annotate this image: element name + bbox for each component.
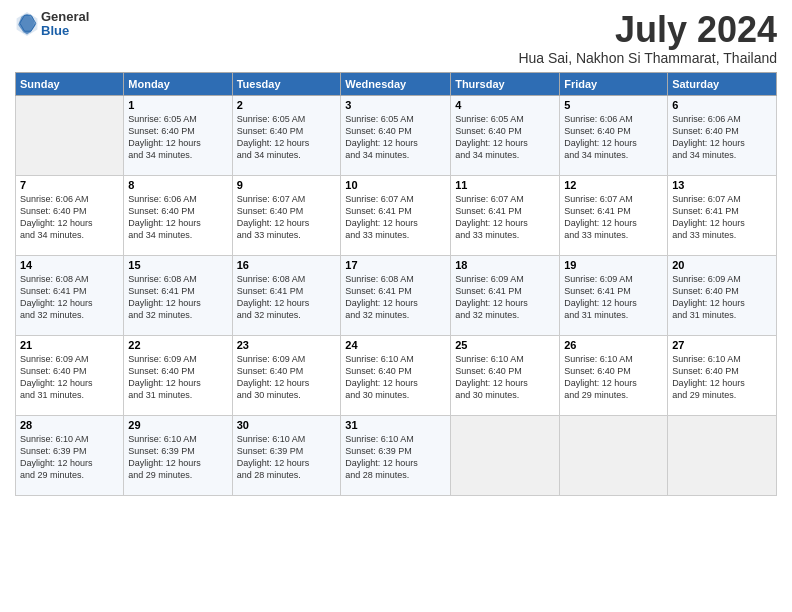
day-number: 5 [564,99,663,111]
logo-text: General Blue [41,10,89,39]
day-info: Sunrise: 6:09 AMSunset: 6:40 PMDaylight:… [128,353,227,402]
calendar-cell: 1Sunrise: 6:05 AMSunset: 6:40 PMDaylight… [124,95,232,175]
page-container: General Blue July 2024 Hua Sai, Nakhon S… [0,0,792,506]
day-header-thursday: Thursday [451,72,560,95]
calendar-cell: 19Sunrise: 6:09 AMSunset: 6:41 PMDayligh… [560,255,668,335]
day-info: Sunrise: 6:10 AMSunset: 6:40 PMDaylight:… [455,353,555,402]
location: Hua Sai, Nakhon Si Thammarat, Thailand [518,50,777,66]
calendar-cell: 11Sunrise: 6:07 AMSunset: 6:41 PMDayligh… [451,175,560,255]
calendar-cell: 16Sunrise: 6:08 AMSunset: 6:41 PMDayligh… [232,255,341,335]
day-info: Sunrise: 6:10 AMSunset: 6:39 PMDaylight:… [345,433,446,482]
calendar-cell: 17Sunrise: 6:08 AMSunset: 6:41 PMDayligh… [341,255,451,335]
day-number: 8 [128,179,227,191]
calendar-cell: 9Sunrise: 6:07 AMSunset: 6:40 PMDaylight… [232,175,341,255]
day-info: Sunrise: 6:10 AMSunset: 6:39 PMDaylight:… [237,433,337,482]
calendar-cell [16,95,124,175]
title-section: July 2024 Hua Sai, Nakhon Si Thammarat, … [518,10,777,66]
calendar-week-3: 14Sunrise: 6:08 AMSunset: 6:41 PMDayligh… [16,255,777,335]
day-info: Sunrise: 6:05 AMSunset: 6:40 PMDaylight:… [237,113,337,162]
day-number: 15 [128,259,227,271]
calendar-cell: 2Sunrise: 6:05 AMSunset: 6:40 PMDaylight… [232,95,341,175]
day-number: 20 [672,259,772,271]
day-number: 12 [564,179,663,191]
day-info: Sunrise: 6:05 AMSunset: 6:40 PMDaylight:… [345,113,446,162]
day-info: Sunrise: 6:05 AMSunset: 6:40 PMDaylight:… [128,113,227,162]
calendar-cell: 8Sunrise: 6:06 AMSunset: 6:40 PMDaylight… [124,175,232,255]
calendar-cell: 21Sunrise: 6:09 AMSunset: 6:40 PMDayligh… [16,335,124,415]
calendar-cell: 6Sunrise: 6:06 AMSunset: 6:40 PMDaylight… [668,95,777,175]
month-title: July 2024 [518,10,777,50]
logo-general: General [41,10,89,24]
calendar-cell: 15Sunrise: 6:08 AMSunset: 6:41 PMDayligh… [124,255,232,335]
day-header-monday: Monday [124,72,232,95]
calendar-cell: 7Sunrise: 6:06 AMSunset: 6:40 PMDaylight… [16,175,124,255]
day-number: 6 [672,99,772,111]
day-number: 18 [455,259,555,271]
day-info: Sunrise: 6:09 AMSunset: 6:40 PMDaylight:… [237,353,337,402]
day-header-tuesday: Tuesday [232,72,341,95]
calendar-cell: 12Sunrise: 6:07 AMSunset: 6:41 PMDayligh… [560,175,668,255]
day-number: 24 [345,339,446,351]
calendar-cell: 25Sunrise: 6:10 AMSunset: 6:40 PMDayligh… [451,335,560,415]
day-number: 27 [672,339,772,351]
calendar-cell: 26Sunrise: 6:10 AMSunset: 6:40 PMDayligh… [560,335,668,415]
calendar-cell: 3Sunrise: 6:05 AMSunset: 6:40 PMDaylight… [341,95,451,175]
calendar-cell [560,415,668,495]
calendar-cell: 10Sunrise: 6:07 AMSunset: 6:41 PMDayligh… [341,175,451,255]
day-number: 19 [564,259,663,271]
day-info: Sunrise: 6:10 AMSunset: 6:40 PMDaylight:… [672,353,772,402]
calendar-week-2: 7Sunrise: 6:06 AMSunset: 6:40 PMDaylight… [16,175,777,255]
day-info: Sunrise: 6:08 AMSunset: 6:41 PMDaylight:… [128,273,227,322]
calendar-cell: 5Sunrise: 6:06 AMSunset: 6:40 PMDaylight… [560,95,668,175]
day-info: Sunrise: 6:10 AMSunset: 6:40 PMDaylight:… [564,353,663,402]
day-info: Sunrise: 6:08 AMSunset: 6:41 PMDaylight:… [237,273,337,322]
day-number: 31 [345,419,446,431]
calendar-cell: 31Sunrise: 6:10 AMSunset: 6:39 PMDayligh… [341,415,451,495]
day-number: 17 [345,259,446,271]
calendar-cell: 30Sunrise: 6:10 AMSunset: 6:39 PMDayligh… [232,415,341,495]
calendar-cell: 29Sunrise: 6:10 AMSunset: 6:39 PMDayligh… [124,415,232,495]
day-info: Sunrise: 6:08 AMSunset: 6:41 PMDaylight:… [345,273,446,322]
day-info: Sunrise: 6:07 AMSunset: 6:40 PMDaylight:… [237,193,337,242]
day-header-saturday: Saturday [668,72,777,95]
day-info: Sunrise: 6:09 AMSunset: 6:40 PMDaylight:… [20,353,119,402]
calendar-cell [451,415,560,495]
logo-blue: Blue [41,24,89,38]
day-number: 7 [20,179,119,191]
calendar-week-1: 1Sunrise: 6:05 AMSunset: 6:40 PMDaylight… [16,95,777,175]
day-info: Sunrise: 6:06 AMSunset: 6:40 PMDaylight:… [672,113,772,162]
day-header-sunday: Sunday [16,72,124,95]
day-info: Sunrise: 6:10 AMSunset: 6:39 PMDaylight:… [20,433,119,482]
day-number: 25 [455,339,555,351]
calendar-cell: 22Sunrise: 6:09 AMSunset: 6:40 PMDayligh… [124,335,232,415]
day-info: Sunrise: 6:06 AMSunset: 6:40 PMDaylight:… [564,113,663,162]
day-number: 30 [237,419,337,431]
calendar-cell: 18Sunrise: 6:09 AMSunset: 6:41 PMDayligh… [451,255,560,335]
day-number: 28 [20,419,119,431]
day-number: 16 [237,259,337,271]
day-info: Sunrise: 6:06 AMSunset: 6:40 PMDaylight:… [20,193,119,242]
calendar-cell: 28Sunrise: 6:10 AMSunset: 6:39 PMDayligh… [16,415,124,495]
calendar-cell: 23Sunrise: 6:09 AMSunset: 6:40 PMDayligh… [232,335,341,415]
day-number: 1 [128,99,227,111]
calendar-cell: 4Sunrise: 6:05 AMSunset: 6:40 PMDaylight… [451,95,560,175]
day-header-wednesday: Wednesday [341,72,451,95]
day-number: 4 [455,99,555,111]
day-number: 14 [20,259,119,271]
calendar-cell [668,415,777,495]
day-info: Sunrise: 6:06 AMSunset: 6:40 PMDaylight:… [128,193,227,242]
day-number: 11 [455,179,555,191]
day-number: 23 [237,339,337,351]
calendar-table: SundayMondayTuesdayWednesdayThursdayFrid… [15,72,777,496]
calendar-header-row: SundayMondayTuesdayWednesdayThursdayFrid… [16,72,777,95]
day-number: 22 [128,339,227,351]
day-info: Sunrise: 6:07 AMSunset: 6:41 PMDaylight:… [345,193,446,242]
day-info: Sunrise: 6:08 AMSunset: 6:41 PMDaylight:… [20,273,119,322]
day-number: 3 [345,99,446,111]
logo: General Blue [15,10,89,39]
calendar-week-5: 28Sunrise: 6:10 AMSunset: 6:39 PMDayligh… [16,415,777,495]
calendar-cell: 14Sunrise: 6:08 AMSunset: 6:41 PMDayligh… [16,255,124,335]
calendar-cell: 24Sunrise: 6:10 AMSunset: 6:40 PMDayligh… [341,335,451,415]
calendar-cell: 27Sunrise: 6:10 AMSunset: 6:40 PMDayligh… [668,335,777,415]
calendar-week-4: 21Sunrise: 6:09 AMSunset: 6:40 PMDayligh… [16,335,777,415]
